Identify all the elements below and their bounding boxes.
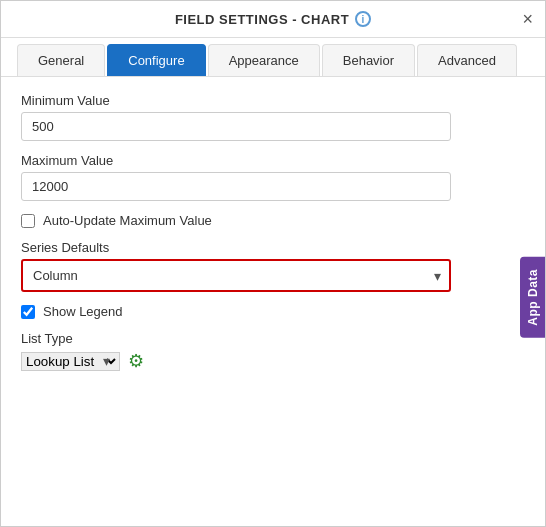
max-value-label: Maximum Value bbox=[21, 153, 525, 168]
min-value-label: Minimum Value bbox=[21, 93, 525, 108]
modal-header: FIELD SETTINGS - CHART i × bbox=[1, 1, 545, 38]
show-legend-label[interactable]: Show Legend bbox=[43, 304, 123, 319]
list-type-group: List Type Lookup List Static List Dynami… bbox=[21, 331, 525, 372]
auto-update-label[interactable]: Auto-Update Maximum Value bbox=[43, 213, 212, 228]
min-value-input[interactable] bbox=[21, 112, 451, 141]
series-defaults-label: Series Defaults bbox=[21, 240, 525, 255]
auto-update-checkbox[interactable] bbox=[21, 214, 35, 228]
info-icon[interactable]: i bbox=[355, 11, 371, 27]
series-defaults-wrapper: Column Bar Line Area Pie ▾ bbox=[21, 259, 451, 292]
tab-behavior[interactable]: Behavior bbox=[322, 44, 415, 76]
modal-container: FIELD SETTINGS - CHART i × General Confi… bbox=[0, 0, 546, 527]
tabs-container: General Configure Appearance Behavior Ad… bbox=[1, 38, 545, 77]
title-text: FIELD SETTINGS - CHART bbox=[175, 12, 349, 27]
list-type-wrapper: Lookup List Static List Dynamic List ▾ bbox=[21, 352, 120, 371]
max-value-group: Maximum Value bbox=[21, 153, 525, 201]
modal-title: FIELD SETTINGS - CHART i bbox=[175, 11, 371, 27]
close-button[interactable]: × bbox=[522, 10, 533, 28]
tab-advanced[interactable]: Advanced bbox=[417, 44, 517, 76]
tab-general[interactable]: General bbox=[17, 44, 105, 76]
min-value-group: Minimum Value bbox=[21, 93, 525, 141]
list-type-select[interactable]: Lookup List Static List Dynamic List bbox=[21, 352, 120, 371]
list-type-row: Lookup List Static List Dynamic List ▾ ⚙ bbox=[21, 350, 525, 372]
app-data-tab[interactable]: App Data bbox=[520, 257, 545, 338]
tab-appearance[interactable]: Appearance bbox=[208, 44, 320, 76]
modal-body: Minimum Value Maximum Value Auto-Update … bbox=[1, 77, 545, 526]
series-defaults-group: Series Defaults Column Bar Line Area Pie… bbox=[21, 240, 525, 292]
max-value-input[interactable] bbox=[21, 172, 451, 201]
show-legend-group: Show Legend bbox=[21, 304, 525, 319]
show-legend-checkbox[interactable] bbox=[21, 305, 35, 319]
gear-icon[interactable]: ⚙ bbox=[128, 350, 144, 372]
list-type-label: List Type bbox=[21, 331, 525, 346]
series-defaults-select[interactable]: Column Bar Line Area Pie bbox=[21, 259, 451, 292]
tab-configure[interactable]: Configure bbox=[107, 44, 205, 76]
auto-update-group: Auto-Update Maximum Value bbox=[21, 213, 525, 228]
